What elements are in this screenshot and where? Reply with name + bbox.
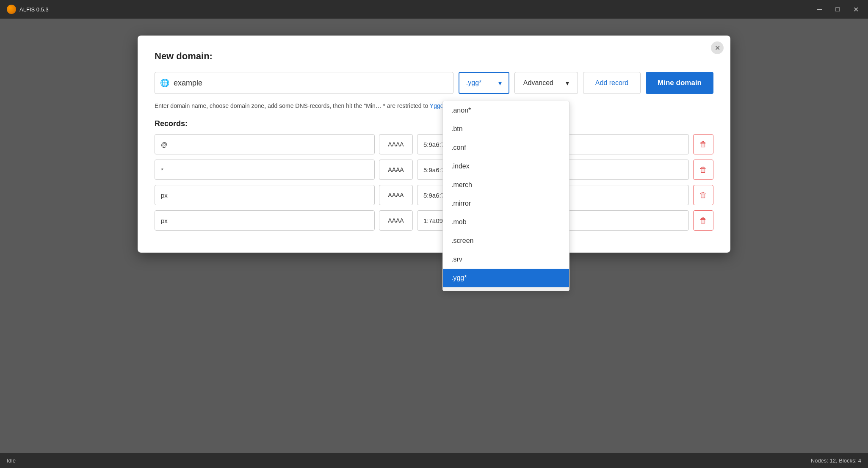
zone-chevron-icon: ▾ [498, 79, 502, 87]
advanced-chevron-icon: ▾ [566, 79, 569, 87]
dialog-title: New domain: [155, 51, 713, 62]
zone-selected-label: .ygg* [466, 79, 481, 87]
record-row: AAAA 🗑 [155, 210, 713, 231]
record-type-button[interactable]: AAAA [379, 134, 413, 154]
record-name-input[interactable] [155, 134, 375, 154]
record-name-input[interactable] [155, 160, 375, 180]
zone-selector[interactable]: .ygg* ▾ [459, 72, 509, 94]
zone-dropdown: .anon*.btn.conf.index.merch.mirror.mob.s… [442, 101, 569, 291]
dropdown-item[interactable]: .srv [443, 250, 569, 269]
dropdown-item[interactable]: .conf [443, 138, 569, 157]
dropdown-item[interactable]: .mob [443, 213, 569, 231]
status-text-left: Idle [7, 457, 16, 464]
info-text: Enter domain name, choose domain zone, a… [155, 102, 713, 109]
close-icon: ✕ [715, 44, 720, 52]
mine-domain-button[interactable]: Mine domain [646, 72, 713, 94]
record-type-button[interactable]: AAAA [379, 210, 413, 231]
dropdown-item[interactable]: .anon* [443, 101, 569, 120]
statusbar: Idle Nodes: 12, Blocks: 4 [0, 453, 868, 468]
delete-icon: 🗑 [699, 140, 707, 149]
record-name-input[interactable] [155, 185, 375, 205]
dropdown-item[interactable]: .ygg* [443, 269, 569, 287]
new-domain-dialog: ✕ New domain: 🌐 .ygg* ▾ Advanced ▾ [138, 36, 730, 253]
dropdown-item[interactable]: .index [443, 157, 569, 176]
maximize-button[interactable]: □ [833, 5, 842, 14]
info-text-before: Enter domain name, choose domain zone, a… [155, 102, 376, 109]
record-name-input[interactable] [155, 210, 375, 231]
dropdown-footer [443, 287, 569, 291]
record-type-button[interactable]: AAAA [379, 185, 413, 205]
add-record-label: Add record [595, 79, 628, 87]
record-delete-button[interactable]: 🗑 [693, 185, 713, 205]
dropdown-item[interactable]: .mirror [443, 194, 569, 213]
record-delete-button[interactable]: 🗑 [693, 134, 713, 154]
window-controls: ─ □ ✕ [815, 5, 861, 14]
delete-icon: 🗑 [699, 165, 707, 174]
record-row: AAAA 🗑 [155, 134, 713, 154]
domain-input-wrap: 🌐 [155, 72, 453, 94]
record-delete-button[interactable]: 🗑 [693, 160, 713, 180]
delete-icon: 🗑 [699, 216, 707, 225]
record-type-button[interactable]: AAAA [379, 160, 413, 180]
add-record-button[interactable]: Add record [583, 72, 641, 94]
records-label: Records: [155, 119, 713, 128]
advanced-label: Advanced [523, 79, 553, 87]
record-delete-button[interactable]: 🗑 [693, 210, 713, 231]
status-text-right: Nodes: 12, Blocks: 4 [811, 457, 861, 464]
top-row: 🌐 .ygg* ▾ Advanced ▾ Add record Mine dom… [155, 72, 713, 94]
main-area: ✕ New domain: 🌐 .ygg* ▾ Advanced ▾ [0, 19, 868, 453]
dropdown-item[interactable]: .merch [443, 176, 569, 194]
info-text-after: * are restricted to [383, 102, 430, 109]
delete-icon: 🗑 [699, 191, 707, 200]
records-container: AAAA 🗑 AAAA 🗑 AAAA 🗑 AAAA 🗑 [155, 134, 713, 231]
mine-domain-label: Mine domain [658, 79, 702, 87]
record-row: AAAA 🗑 [155, 185, 713, 205]
dropdown-item[interactable]: .screen [443, 231, 569, 250]
dialog-close-button[interactable]: ✕ [711, 41, 724, 54]
titlebar: ALFIS 0.5.3 ─ □ ✕ [0, 0, 868, 19]
close-button[interactable]: ✕ [851, 5, 861, 14]
dropdown-item[interactable]: .btn [443, 120, 569, 138]
domain-input[interactable] [174, 79, 448, 88]
app-title: ALFIS 0.5.3 [19, 6, 815, 13]
advanced-button[interactable]: Advanced ▾ [514, 72, 578, 94]
app-icon [7, 5, 16, 14]
globe-icon: 🌐 [160, 78, 169, 88]
record-row: AAAA 🗑 [155, 160, 713, 180]
minimize-button[interactable]: ─ [815, 5, 824, 14]
